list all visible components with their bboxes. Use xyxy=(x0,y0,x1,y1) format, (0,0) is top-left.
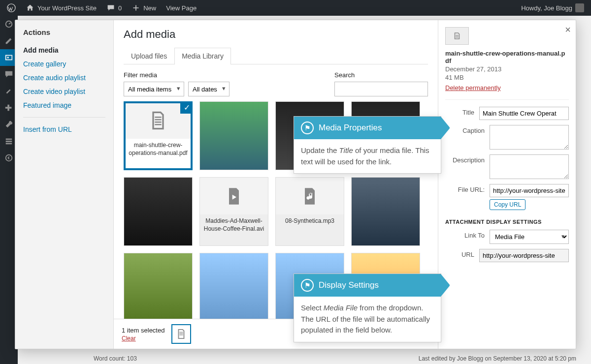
clear-selection[interactable]: Clear xyxy=(122,335,164,342)
media-tile[interactable] xyxy=(351,177,420,246)
new-label: New xyxy=(143,4,156,12)
flag-icon: ⚑ xyxy=(301,279,314,292)
check-icon[interactable]: ✓ xyxy=(180,101,193,114)
media-tabs: Upload files Media Library xyxy=(124,48,428,64)
detail-date: December 27, 2013 xyxy=(445,65,569,73)
svg-point-7 xyxy=(6,155,12,161)
wp-logo[interactable] xyxy=(4,0,19,16)
action-insert-from-url[interactable]: Insert from URL xyxy=(23,125,72,133)
action-add-media[interactable]: Add media xyxy=(23,46,59,54)
tile-filename: 08-Synthetica.mp3 xyxy=(276,214,344,228)
plus-icon xyxy=(131,3,140,12)
comments-icon xyxy=(106,3,115,12)
editor-status-bar: Word count: 103 Last edited by Joe Blogg… xyxy=(89,355,581,362)
fileurl-input[interactable] xyxy=(490,184,569,197)
svg-rect-5 xyxy=(6,141,12,142)
home-icon xyxy=(26,3,34,12)
last-edited: Last edited by Joe Blogg on September 13… xyxy=(419,355,576,362)
action-create-gallery[interactable]: Create gallery xyxy=(23,60,66,68)
image-thumb xyxy=(124,178,192,245)
media-tile[interactable] xyxy=(124,253,193,319)
close-modal-button[interactable]: × xyxy=(565,24,571,35)
fileurl-label: File URL: xyxy=(445,184,485,193)
callout-media-properties: ⚑Media Properties Update the Title of yo… xyxy=(294,116,441,174)
detail-size: 41 MB xyxy=(445,74,569,81)
linkto-label: Link To xyxy=(445,230,485,239)
attachment-detail: main-shuttle-crew-operations-manual.pdf … xyxy=(438,20,576,349)
search-label: Search xyxy=(334,71,428,79)
file-icon xyxy=(276,178,344,214)
selection-thumb[interactable] xyxy=(171,324,191,344)
tile-filename: Maddies-Ad-Maxwell-House-Coffee-Final.av… xyxy=(200,214,268,236)
callout-display-settings: ⚑Display Settings Select Media File from… xyxy=(294,273,441,342)
image-thumb xyxy=(200,253,268,319)
flag-icon: ⚑ xyxy=(301,121,314,134)
image-thumb xyxy=(124,253,192,319)
account-link[interactable]: Howdy, Joe Blogg xyxy=(518,0,587,16)
title-label: Title xyxy=(445,107,474,116)
detail-filename: main-shuttle-crew-operations-manual.pdf xyxy=(445,50,569,64)
file-icon xyxy=(200,178,268,214)
tab-upload-files[interactable]: Upload files xyxy=(124,48,174,64)
avatar xyxy=(575,3,584,12)
svg-rect-6 xyxy=(6,143,12,145)
modal-title: Add media xyxy=(124,28,428,41)
linkto-select[interactable]: Media File xyxy=(490,230,569,244)
detail-thumb xyxy=(445,27,469,45)
comments-count: 0 xyxy=(118,4,122,12)
media-tile[interactable]: Maddies-Ad-Maxwell-House-Coffee-Final.av… xyxy=(199,177,268,246)
howdy-text: Howdy, Joe Blogg xyxy=(521,4,572,12)
tile-filename: main-shuttle-crew-operations-manual.pdf xyxy=(124,139,192,160)
actions-heading: Actions xyxy=(23,28,105,36)
selection-count: 1 item selected xyxy=(122,327,164,334)
site-name: Your WordPress Site xyxy=(37,4,97,12)
view-page-link[interactable]: View Page xyxy=(163,0,199,16)
caption-label: Caption xyxy=(445,125,485,134)
site-link[interactable]: Your WordPress Site xyxy=(23,0,99,16)
description-label: Description xyxy=(445,154,485,164)
media-tile[interactable]: main-shuttle-crew-operations-manual.pdf✓ xyxy=(124,101,193,170)
display-url-input[interactable] xyxy=(479,249,569,262)
image-thumb xyxy=(352,178,420,245)
modal-actions-sidebar: Actions Add media Create gallery Create … xyxy=(15,20,114,349)
display-url-label: URL xyxy=(445,249,474,258)
media-tile[interactable]: 08-Synthetica.mp3 xyxy=(275,177,344,246)
filter-label: Filter media xyxy=(124,71,230,79)
action-create-audio-playlist[interactable]: Create audio playlist xyxy=(23,74,86,82)
svg-rect-4 xyxy=(6,139,12,140)
media-tile[interactable] xyxy=(199,253,268,319)
description-input[interactable] xyxy=(490,154,569,179)
new-link[interactable]: New xyxy=(129,0,159,16)
image-thumb xyxy=(200,102,268,170)
media-tile[interactable] xyxy=(124,177,193,246)
comments-link[interactable]: 0 xyxy=(103,0,125,16)
word-count: Word count: 103 xyxy=(94,355,137,362)
display-settings-heading: ATTACHMENT DISPLAY SETTINGS xyxy=(445,219,569,225)
action-create-video-playlist[interactable]: Create video playlist xyxy=(23,88,85,95)
filter-type-select[interactable]: All media items xyxy=(124,82,184,96)
svg-point-3 xyxy=(7,57,9,59)
tab-media-library[interactable]: Media Library xyxy=(174,48,231,64)
caption-input[interactable] xyxy=(490,125,569,150)
media-tile[interactable] xyxy=(199,101,268,170)
search-input[interactable] xyxy=(334,82,428,96)
title-input[interactable] xyxy=(479,107,569,120)
admin-bar: Your WordPress Site 0 New View Page Howd… xyxy=(0,0,591,16)
filter-date-select[interactable]: All dates xyxy=(188,82,230,96)
media-modal: × Actions Add media Create gallery Creat… xyxy=(15,20,576,349)
copy-url-button[interactable]: Copy URL xyxy=(490,199,525,210)
action-featured-image[interactable]: Featured image xyxy=(23,101,71,109)
delete-permanently[interactable]: Delete permanently xyxy=(445,84,501,91)
media-toolbar: Filter media All media items All dates S… xyxy=(114,64,438,101)
